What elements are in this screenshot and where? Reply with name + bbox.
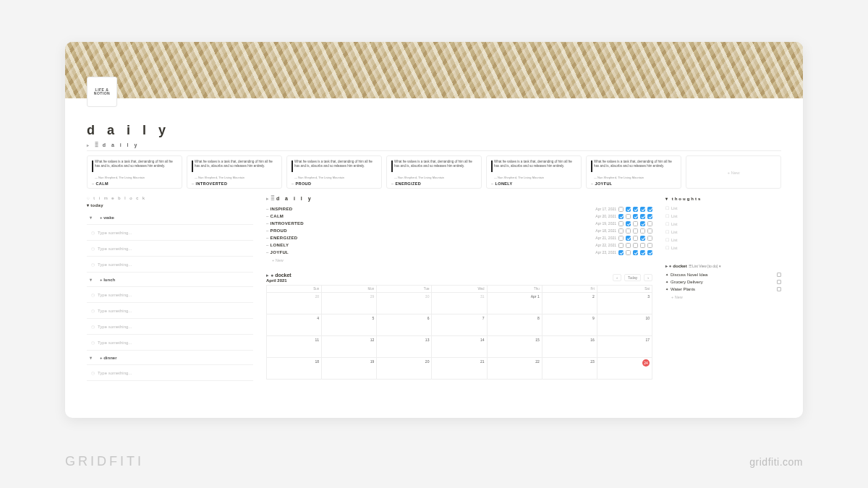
mood-card[interactable]: What he values is a task that, demanding… bbox=[87, 155, 182, 189]
timeblock-slot[interactable]: ◷Type something... bbox=[87, 257, 253, 273]
calendar-cell[interactable]: 19 bbox=[322, 358, 377, 380]
checkbox-icon[interactable] bbox=[777, 280, 781, 284]
checkbox-icon[interactable] bbox=[640, 236, 645, 241]
docket-item[interactable]: Discuss Novel Idea bbox=[665, 271, 781, 278]
checkbox-icon[interactable] bbox=[633, 236, 638, 241]
checkbox-icon[interactable] bbox=[633, 221, 638, 226]
page-icon[interactable]: LIFE & NOTION bbox=[87, 77, 117, 107]
daily-list-row[interactable]: JOYFULApr 23, 2021 bbox=[266, 249, 652, 256]
checkbox-icon[interactable] bbox=[633, 228, 638, 234]
calendar-cell[interactable]: 28 bbox=[267, 293, 322, 314]
checkbox-icon[interactable] bbox=[640, 243, 645, 248]
checkbox-icon[interactable] bbox=[640, 221, 645, 226]
timeblock-section[interactable]: + wake bbox=[87, 210, 253, 225]
timeblock-slot[interactable]: ◷Type something... bbox=[87, 365, 253, 381]
calendar-cell[interactable]: 29 bbox=[322, 293, 377, 314]
calendar-cell[interactable]: 12 bbox=[322, 336, 377, 358]
thoughts-item[interactable]: List bbox=[665, 204, 781, 212]
calendar-cell[interactable]: 22 bbox=[488, 358, 542, 380]
timeblock-today[interactable]: today bbox=[87, 202, 253, 207]
docket-list-new[interactable]: + New bbox=[665, 293, 781, 299]
checkbox-icon[interactable] bbox=[640, 207, 645, 212]
timeblock-slot[interactable]: ◷Type something... bbox=[87, 319, 253, 335]
checkbox-icon[interactable] bbox=[618, 221, 624, 226]
mood-card[interactable]: What he values is a task that, demanding… bbox=[486, 155, 582, 189]
checkbox-icon[interactable] bbox=[626, 207, 631, 212]
calendar-cell[interactable]: 18 bbox=[267, 358, 322, 380]
calendar-cell[interactable]: Apr 1 bbox=[488, 293, 542, 314]
checkbox-icon[interactable] bbox=[647, 228, 652, 234]
calendar-cell[interactable]: 30 bbox=[377, 293, 432, 314]
checkbox-icon[interactable] bbox=[647, 207, 652, 212]
timeblock-slot[interactable]: ◷Type something... bbox=[87, 225, 253, 241]
calendar-cell[interactable]: 15 bbox=[488, 336, 542, 358]
timeblock-section[interactable]: + dinner bbox=[87, 351, 253, 365]
calendar-cell[interactable]: 10 bbox=[597, 314, 652, 336]
cover-image[interactable] bbox=[65, 42, 803, 98]
calendar-cell[interactable]: 6 bbox=[377, 314, 432, 336]
checkbox-icon[interactable] bbox=[626, 214, 631, 219]
checkbox-icon[interactable] bbox=[647, 236, 652, 241]
calendar-cell[interactable]: 31 bbox=[432, 293, 487, 314]
checkbox-icon[interactable] bbox=[647, 214, 652, 219]
calendar-cell[interactable]: 17 bbox=[597, 336, 652, 358]
checkbox-icon[interactable] bbox=[618, 236, 624, 241]
checkbox-icon[interactable] bbox=[618, 207, 624, 212]
calendar-cell[interactable]: 14 bbox=[432, 336, 487, 358]
thoughts-heading[interactable]: thoughts bbox=[665, 196, 781, 201]
calendar-cell[interactable]: 16 bbox=[542, 336, 597, 358]
thoughts-item[interactable]: List bbox=[665, 220, 781, 228]
calendar-cell[interactable]: 24 bbox=[597, 358, 652, 380]
checkbox-icon[interactable] bbox=[626, 221, 631, 226]
checkbox-icon[interactable] bbox=[777, 273, 781, 277]
calendar-cell[interactable]: 20 bbox=[377, 358, 432, 380]
thoughts-item[interactable]: List bbox=[665, 236, 781, 244]
calendar-cell[interactable]: 2 bbox=[542, 293, 597, 314]
checkbox-icon[interactable] bbox=[618, 228, 624, 234]
calendar-next[interactable]: › bbox=[644, 274, 652, 281]
checkbox-icon[interactable] bbox=[618, 250, 624, 255]
daily-list-row[interactable]: LONELYApr 22, 2021 bbox=[266, 241, 652, 249]
daily-list-row[interactable]: INTROVERTEDApr 19, 2021 bbox=[266, 220, 652, 227]
mood-card[interactable]: What he values is a task that, demanding… bbox=[286, 155, 382, 189]
daily-list-new[interactable]: + New bbox=[266, 256, 652, 262]
thoughts-item[interactable]: List bbox=[665, 212, 781, 220]
timeblock-slot[interactable]: ◷Type something... bbox=[87, 335, 253, 351]
checkbox-icon[interactable] bbox=[626, 228, 631, 234]
checkbox-icon[interactable] bbox=[618, 214, 624, 219]
timeblock-slot[interactable]: ◷Type something... bbox=[87, 303, 253, 319]
calendar-cell[interactable]: 7 bbox=[432, 314, 487, 336]
checkbox-icon[interactable] bbox=[626, 243, 631, 248]
daily-list-row[interactable]: ENERGIZEDApr 21, 2021 bbox=[266, 234, 652, 241]
docket-item[interactable]: Water Plants bbox=[665, 286, 781, 293]
calendar-cell[interactable]: 11 bbox=[267, 336, 322, 358]
checkbox-icon[interactable] bbox=[777, 287, 781, 291]
timeblock-heading[interactable]: t i m e b l o c k bbox=[87, 196, 253, 200]
calendar-cell[interactable]: 4 bbox=[267, 314, 322, 336]
mood-card-new[interactable]: + New bbox=[686, 155, 781, 189]
mood-card[interactable]: What he values is a task that, demanding… bbox=[586, 155, 681, 189]
daily-list-row[interactable]: PROUDApr 18, 2021 bbox=[266, 227, 652, 234]
calendar-cell[interactable]: 9 bbox=[542, 314, 597, 336]
docket-list-heading[interactable]: docket ☰ List View [to do] ▾ bbox=[665, 263, 781, 268]
calendar-cell[interactable]: 21 bbox=[432, 358, 487, 380]
daily-list-heading[interactable]: d a i l y bbox=[266, 196, 652, 202]
checkbox-icon[interactable] bbox=[647, 221, 652, 226]
timeblock-slot[interactable]: ◷Type something... bbox=[87, 241, 253, 257]
calendar-cell[interactable]: 23 bbox=[542, 358, 597, 380]
calendar-cell[interactable]: 8 bbox=[488, 314, 542, 336]
page-title[interactable]: d a i l y bbox=[87, 123, 781, 138]
checkbox-icon[interactable] bbox=[618, 243, 624, 248]
gallery-heading[interactable]: d a i l y bbox=[87, 142, 781, 147]
mood-card[interactable]: What he values is a task that, demanding… bbox=[187, 155, 282, 189]
docket-view-label[interactable]: ☰ List View [to do] ▾ bbox=[689, 264, 721, 268]
checkbox-icon[interactable] bbox=[640, 228, 645, 234]
thoughts-item[interactable]: List bbox=[665, 244, 781, 252]
checkbox-icon[interactable] bbox=[647, 250, 652, 255]
daily-list-row[interactable]: INSPIREDApr 17, 2021 bbox=[266, 205, 652, 213]
timeblock-slot[interactable]: ◷Type something... bbox=[87, 287, 253, 303]
daily-list-row[interactable]: CALMApr 20, 2021 bbox=[266, 213, 652, 220]
calendar-cell[interactable]: 13 bbox=[377, 336, 432, 358]
calendar-cell[interactable]: 3 bbox=[597, 293, 652, 314]
docket-item[interactable]: Grocery Delivery bbox=[665, 278, 781, 286]
